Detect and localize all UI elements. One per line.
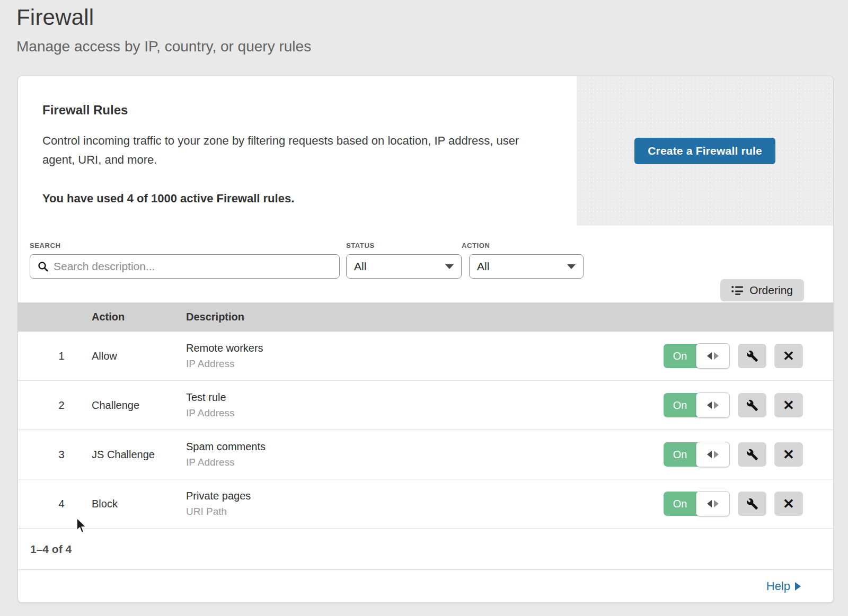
x-icon: ✕ bbox=[783, 397, 794, 414]
rules-summary: Firewall Rules Control incoming traffic … bbox=[18, 76, 577, 226]
toggle-knob[interactable] bbox=[696, 442, 730, 467]
page-title: Firewall bbox=[16, 3, 848, 32]
create-firewall-rule-button[interactable]: Create a Firewall rule bbox=[634, 138, 775, 164]
rule-description: Spam comments bbox=[186, 441, 664, 453]
ordering-button[interactable]: Ordering bbox=[720, 279, 804, 301]
action-label: ACTION bbox=[462, 242, 584, 249]
page-header: Firewall Manage access by IP, country, o… bbox=[0, 0, 848, 55]
arrow-left-icon bbox=[707, 352, 712, 360]
rule-priority: 2 bbox=[18, 399, 92, 412]
rule-controls: On ✕ bbox=[664, 344, 803, 368]
rule-controls: On ✕ bbox=[664, 442, 803, 467]
rule-description: Private pages bbox=[186, 490, 664, 502]
edit-rule-button[interactable] bbox=[738, 492, 766, 516]
rule-description: Remote workers bbox=[186, 342, 664, 354]
action-filter-group: ACTION All bbox=[462, 242, 584, 279]
x-icon: ✕ bbox=[783, 348, 794, 364]
delete-rule-button[interactable]: ✕ bbox=[774, 492, 803, 516]
table-row: 3 JS Challenge Spam comments IP Address … bbox=[18, 430, 833, 479]
wrench-icon bbox=[746, 449, 758, 461]
toggle-knob[interactable] bbox=[696, 343, 730, 369]
page-subtitle: Manage access by IP, country, or query r… bbox=[16, 38, 848, 55]
action-selected-value: All bbox=[477, 260, 489, 273]
x-icon: ✕ bbox=[783, 447, 794, 463]
rule-controls: On ✕ bbox=[664, 492, 803, 516]
edit-rule-button[interactable] bbox=[738, 393, 766, 417]
toggle-on-label: On bbox=[664, 442, 696, 467]
wrench-icon bbox=[746, 399, 758, 412]
toggle-on-label: On bbox=[664, 344, 696, 368]
search-label: SEARCH bbox=[30, 242, 346, 249]
rule-match-type: IP Address bbox=[186, 407, 664, 419]
rule-priority: 1 bbox=[18, 350, 92, 362]
toggle-knob[interactable] bbox=[696, 392, 730, 418]
status-dropdown[interactable]: All bbox=[346, 254, 462, 279]
edit-rule-button[interactable] bbox=[738, 344, 766, 368]
arrow-left-icon bbox=[707, 401, 712, 409]
rule-description-cell: Remote workers IP Address bbox=[186, 342, 664, 370]
rule-match-type: IP Address bbox=[186, 457, 664, 468]
x-icon: ✕ bbox=[783, 496, 794, 512]
rule-action: JS Challenge bbox=[92, 449, 186, 461]
rule-match-type: IP Address bbox=[186, 358, 664, 370]
chevron-down-icon bbox=[445, 264, 454, 269]
delete-rule-button[interactable]: ✕ bbox=[774, 442, 803, 467]
table-row: 4 Block Private pages URI Path On ✕ bbox=[18, 479, 833, 529]
rule-priority: 3 bbox=[18, 449, 92, 461]
rule-action: Challenge bbox=[92, 399, 186, 412]
rule-match-type: URI Path bbox=[186, 506, 664, 517]
rule-description-cell: Private pages URI Path bbox=[186, 490, 664, 517]
rule-enabled-toggle[interactable]: On bbox=[664, 393, 729, 417]
status-selected-value: All bbox=[354, 260, 366, 273]
rule-enabled-toggle[interactable]: On bbox=[664, 344, 729, 368]
filter-bar: SEARCH STATUS All ACTION All bbox=[18, 226, 833, 302]
rules-heading: Firewall Rules bbox=[42, 103, 545, 118]
help-arrow-icon bbox=[795, 582, 801, 591]
search-filter-group: SEARCH bbox=[30, 242, 346, 279]
search-box bbox=[30, 254, 340, 279]
wrench-icon bbox=[746, 498, 758, 510]
rule-action: Block bbox=[92, 498, 186, 510]
rule-priority: 4 bbox=[18, 498, 92, 510]
rule-description-cell: Spam comments IP Address bbox=[186, 441, 664, 468]
arrow-right-icon bbox=[714, 500, 719, 507]
status-filter-group: STATUS All bbox=[346, 242, 462, 279]
card-top-section: Firewall Rules Control incoming traffic … bbox=[18, 76, 833, 226]
ordering-list-icon bbox=[731, 285, 743, 295]
edit-rule-button[interactable] bbox=[738, 442, 766, 467]
rule-enabled-toggle[interactable]: On bbox=[664, 492, 729, 516]
action-column-header: Action bbox=[92, 311, 186, 323]
arrow-right-icon bbox=[714, 451, 719, 458]
arrow-left-icon bbox=[707, 451, 712, 458]
delete-rule-button[interactable]: ✕ bbox=[774, 393, 803, 417]
delete-rule-button[interactable]: ✕ bbox=[774, 344, 803, 368]
rule-action: Allow bbox=[92, 350, 186, 362]
rule-description: Test rule bbox=[186, 391, 664, 404]
create-rule-panel: Create a Firewall rule bbox=[577, 76, 833, 226]
ordering-button-label: Ordering bbox=[749, 284, 793, 297]
toggle-on-label: On bbox=[664, 393, 696, 417]
table-header: Action Description bbox=[18, 302, 833, 332]
table-row: 2 Challenge Test rule IP Address On ✕ bbox=[18, 381, 833, 430]
pagination-status: 1–4 of 4 bbox=[18, 529, 833, 569]
rule-enabled-toggle[interactable]: On bbox=[664, 442, 729, 467]
chevron-down-icon bbox=[567, 264, 576, 269]
toggle-on-label: On bbox=[664, 492, 696, 516]
help-link-label: Help bbox=[766, 579, 790, 593]
card-footer: Help bbox=[18, 569, 833, 602]
arrow-left-icon bbox=[707, 500, 712, 507]
help-link[interactable]: Help bbox=[766, 579, 801, 593]
toggle-knob[interactable] bbox=[696, 491, 730, 516]
action-dropdown[interactable]: All bbox=[469, 254, 584, 279]
description-column-header: Description bbox=[186, 311, 833, 323]
arrow-right-icon bbox=[714, 401, 719, 409]
arrow-right-icon bbox=[714, 352, 719, 360]
rules-description: Control incoming traffic to your zone by… bbox=[42, 131, 545, 169]
rules-usage-count: You have used 4 of 1000 active Firewall … bbox=[42, 192, 545, 206]
status-label: STATUS bbox=[346, 242, 462, 249]
firewall-rules-card: Firewall Rules Control incoming traffic … bbox=[17, 76, 834, 603]
wrench-icon bbox=[746, 350, 758, 362]
search-input[interactable] bbox=[54, 260, 332, 273]
rule-controls: On ✕ bbox=[664, 393, 803, 417]
search-icon bbox=[38, 261, 48, 272]
